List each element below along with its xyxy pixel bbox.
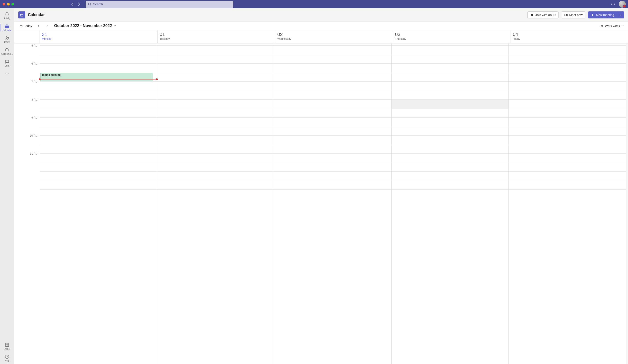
svg-point-0	[88, 3, 90, 5]
window-controls	[3, 3, 14, 5]
rail-label: Teams	[4, 41, 10, 43]
user-avatar[interactable]	[619, 1, 626, 8]
rail-label: Activity	[3, 17, 10, 19]
time-label: 5 PM	[14, 44, 40, 62]
rail-label: Chat	[5, 64, 9, 67]
view-picker[interactable]: Work week	[601, 24, 624, 28]
day-name: Tuesday	[160, 37, 273, 40]
calendar-body: 31Monday01Tuesday02Wednesday03Thursday04…	[14, 30, 628, 364]
day-column[interactable]	[392, 44, 509, 364]
chevron-down-icon	[622, 25, 624, 27]
day-name: Wednesday	[277, 37, 391, 40]
day-header[interactable]: 02Wednesday	[275, 30, 393, 43]
hash-icon	[530, 13, 534, 17]
svg-rect-14	[20, 14, 23, 16]
day-header[interactable]: 31Monday	[40, 30, 157, 43]
people-icon	[5, 36, 9, 40]
rail-item-calendar[interactable]: Calendar	[0, 21, 14, 33]
meet-now-button[interactable]: Meet now	[561, 11, 586, 18]
app-rail: Activity Calendar Teams Assignme… Chat A…	[0, 8, 14, 364]
rail-item-activity[interactable]: Activity	[0, 10, 14, 21]
rail-label: Help	[5, 360, 9, 362]
calendar-toolbar: Today October 2022 - November 2022 Work …	[14, 21, 628, 30]
time-label: 8 PM	[14, 98, 40, 116]
day-name: Monday	[42, 37, 155, 40]
day-header[interactable]: 03Thursday	[393, 30, 511, 43]
date-range-label: October 2022 - November 2022	[54, 23, 112, 28]
day-number: 31	[42, 32, 155, 37]
history-nav	[70, 1, 81, 7]
time-label: 11 PM	[14, 152, 40, 170]
calendar-event[interactable]: Teams Meeting	[40, 73, 153, 81]
rail-item-chat[interactable]: Chat	[0, 57, 14, 69]
prev-week-button[interactable]	[36, 23, 42, 29]
video-icon	[564, 13, 568, 17]
history-back-button[interactable]	[70, 1, 75, 7]
calendar-view-icon	[601, 24, 604, 27]
bell-icon	[5, 12, 9, 17]
rail-item-help[interactable]: Help	[0, 352, 14, 364]
main-content: Calendar Join with an ID Meet now New me…	[14, 8, 628, 364]
minimize-window-button[interactable]	[7, 3, 10, 5]
day-number: 01	[160, 32, 273, 37]
svg-rect-17	[601, 25, 603, 27]
scrollbar[interactable]	[626, 44, 628, 364]
event-title: Teams Meeting	[42, 73, 61, 76]
new-meeting-dropdown[interactable]	[617, 11, 624, 18]
busy-block	[392, 100, 509, 109]
new-meeting-group: New meeting	[588, 11, 624, 18]
rail-item-assignments[interactable]: Assignme…	[0, 45, 14, 57]
day-headers: 31Monday01Tuesday02Wednesday03Thursday04…	[14, 30, 628, 44]
rail-label: Calendar	[3, 29, 12, 31]
close-window-button[interactable]	[3, 3, 5, 5]
rail-more-button[interactable]	[0, 69, 14, 79]
today-button[interactable]: Today	[18, 23, 33, 29]
search-bar[interactable]	[86, 1, 233, 8]
search-input[interactable]	[93, 2, 231, 6]
svg-point-4	[7, 37, 8, 38]
page-title: Calendar	[28, 12, 45, 17]
day-number: 02	[277, 32, 391, 37]
day-column[interactable]	[157, 44, 274, 364]
plus-icon	[591, 13, 594, 17]
help-icon	[5, 354, 9, 359]
more-options-button[interactable]: •••	[611, 2, 615, 6]
day-column[interactable]: Teams Meeting	[40, 44, 157, 364]
today-label: Today	[24, 24, 32, 28]
day-column[interactable]	[274, 44, 392, 364]
calendar-today-icon	[19, 24, 23, 27]
history-forward-button[interactable]	[76, 1, 81, 7]
rail-item-teams[interactable]: Teams	[0, 33, 14, 45]
svg-point-8	[8, 73, 8, 74]
time-label: 6 PM	[14, 62, 40, 80]
button-label: New meeting	[596, 13, 614, 17]
date-range-picker[interactable]: October 2022 - November 2022	[54, 23, 116, 28]
svg-rect-9	[5, 343, 7, 345]
titlebar-right: •••	[611, 1, 626, 8]
chevron-right-icon	[46, 24, 49, 27]
app-shell: Activity Calendar Teams Assignme… Chat A…	[0, 8, 628, 364]
day-header[interactable]: 04Friday	[510, 30, 628, 43]
svg-rect-15	[564, 14, 566, 16]
calendar-icon	[5, 24, 9, 29]
chevron-down-icon	[619, 14, 622, 16]
maximize-window-button[interactable]	[11, 3, 14, 5]
next-week-button[interactable]	[44, 23, 50, 29]
rail-label: Apps	[5, 348, 10, 350]
join-with-id-button[interactable]: Join with an ID	[527, 11, 558, 18]
chat-icon	[5, 59, 9, 64]
svg-point-3	[6, 36, 7, 38]
new-meeting-button[interactable]: New meeting	[588, 11, 617, 18]
titlebar: •••	[0, 0, 628, 8]
more-icon	[5, 71, 9, 76]
day-header[interactable]: 01Tuesday	[157, 30, 275, 43]
svg-point-6	[5, 73, 6, 74]
time-label: 7 PM	[14, 80, 40, 98]
rail-item-apps[interactable]: Apps	[0, 340, 14, 352]
calendar-app-icon	[18, 11, 25, 18]
day-name: Friday	[513, 37, 626, 40]
day-column[interactable]	[509, 44, 626, 364]
days-grid: Teams Meeting	[40, 44, 626, 364]
day-name: Thursday	[395, 37, 508, 40]
calendar-scroll-area[interactable]: 5 PM6 PM7 PM8 PM9 PM10 PM11 PM Teams Mee…	[14, 44, 628, 364]
